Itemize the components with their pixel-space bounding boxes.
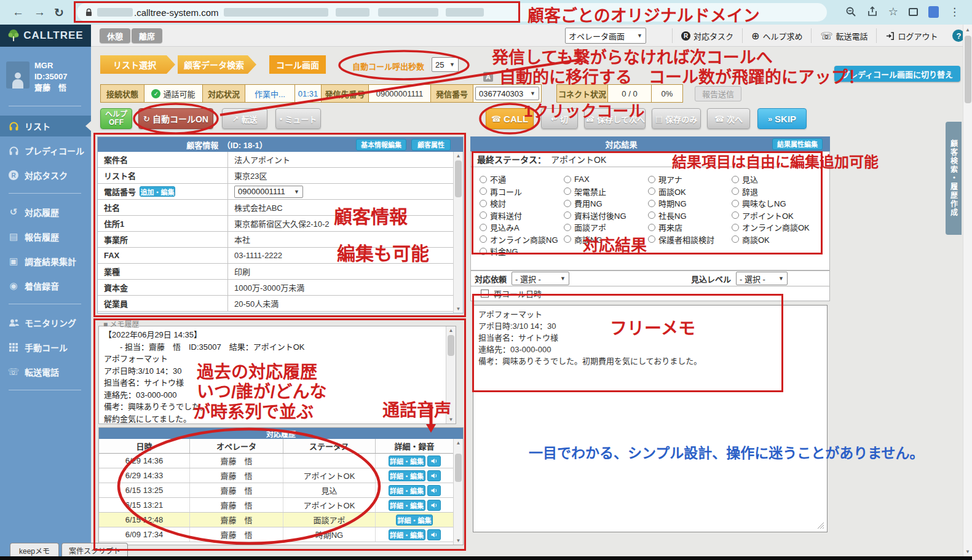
sidebar-item-transfer-phone[interactable]: ☏ 転送電話 (0, 361, 91, 382)
result-option[interactable]: 料金NG (480, 245, 564, 258)
detail-edit-button[interactable]: 詳細・編集 (389, 500, 425, 511)
result-option[interactable]: 不通 (480, 173, 564, 186)
browser-forward-icon[interactable]: → (34, 6, 45, 19)
menu-dots-icon[interactable]: ⋮ (949, 6, 960, 18)
result-option[interactable]: 商談NG (564, 234, 648, 246)
scroll-down-icon[interactable]: ▼ (454, 538, 463, 543)
radio-icon[interactable] (564, 211, 571, 219)
script-tab[interactable]: 案件スクリプト (61, 543, 128, 557)
mute-button[interactable]: ▪ ミュート (275, 108, 321, 129)
radio-icon[interactable] (648, 235, 655, 243)
result-option[interactable]: 面談OK (648, 186, 732, 198)
result-option[interactable]: 保護者相談検討 (648, 234, 732, 246)
result-option[interactable]: 検討 (480, 197, 564, 210)
tab-list-select[interactable]: リスト選択 (100, 55, 175, 74)
radio-icon[interactable] (564, 224, 571, 231)
scroll-thumb[interactable] (965, 36, 971, 103)
scrollbar[interactable]: ▲ ▼ (446, 326, 456, 424)
result-option[interactable]: 見込みA (480, 221, 564, 234)
scrollbar[interactable]: ▲ ▼ (453, 152, 463, 313)
radio-icon[interactable] (648, 200, 655, 207)
result-option[interactable]: 現アナ (648, 173, 732, 186)
scrollbar[interactable]: ▲ ▼ (453, 439, 463, 545)
browser-reload-icon[interactable]: ↻ (54, 6, 64, 20)
radio-icon[interactable] (480, 187, 487, 195)
radio-icon[interactable] (732, 235, 739, 243)
screen-mode-select[interactable]: オペレータ画面 ▼ (565, 28, 646, 44)
result-option[interactable]: 商談OK (732, 234, 824, 246)
free-memo-textarea[interactable]: アポフォーマット アポ日時:3/10 14：30 担当者名：サイトウ様 連絡先：… (473, 305, 828, 532)
request-select[interactable]: - 選択 - ▼ (512, 272, 569, 285)
radio-icon[interactable] (480, 176, 487, 183)
result-option[interactable]: 面談アポ (564, 221, 648, 234)
detail-edit-button[interactable]: 詳細・編集 (389, 455, 425, 467)
radio-icon[interactable] (564, 235, 571, 243)
radio-icon[interactable] (648, 187, 655, 195)
result-option[interactable]: 再コール (480, 186, 564, 198)
sidebar-item-monitoring[interactable]: モニタリング (0, 312, 91, 333)
result-option[interactable]: 時期NG (648, 197, 732, 210)
bookmark-star-icon[interactable]: ☆ (888, 5, 898, 18)
transfer-button[interactable]: ↗ 転送 (222, 108, 267, 129)
next-button[interactable]: ☎ 次へ (707, 108, 750, 129)
result-attr-edit-button[interactable]: 結果属性編集 (772, 138, 823, 150)
sidebar-item-task[interactable]: R 対応タスク (0, 165, 91, 186)
scroll-down-icon[interactable]: ▼ (446, 417, 456, 422)
customer-attr-button[interactable]: 顧客属性 (411, 139, 451, 151)
scroll-thumb[interactable] (455, 160, 462, 197)
result-option[interactable]: 社長NG (648, 210, 732, 222)
audio-play-button[interactable] (427, 500, 441, 511)
radio-icon[interactable] (480, 211, 487, 219)
call-button[interactable]: ☎ CALL (486, 108, 534, 129)
detail-edit-button[interactable]: 詳細・編集 (389, 470, 425, 481)
sidebar-item-survey[interactable]: ▣ 調査結果集計 (0, 251, 91, 272)
tab-call-screen[interactable]: コール画面 (269, 55, 326, 74)
tab-data-search[interactable]: 顧客データ検索 (178, 55, 256, 74)
detail-edit-button[interactable]: 詳細・編集 (396, 515, 433, 526)
radio-icon[interactable] (564, 187, 571, 195)
result-option[interactable]: 架電禁止 (564, 186, 648, 198)
radio-icon[interactable] (564, 176, 571, 183)
result-option[interactable]: オンライン商談OK (732, 221, 824, 234)
caller-number-select[interactable]: 0367740303 ▼ (475, 87, 539, 100)
phone-number-select[interactable]: 09000001111 ▼ (234, 186, 303, 198)
scroll-down-icon[interactable]: ▼ (454, 306, 463, 312)
save-and-next-button[interactable]: ☎ 保存して次へ (584, 108, 646, 129)
result-option[interactable]: 再来店 (648, 221, 732, 234)
result-option[interactable]: 見込 (732, 173, 824, 186)
detail-edit-button[interactable]: 詳細・編集 (389, 529, 425, 540)
hangup-button[interactable]: ↩ 切 (541, 108, 578, 129)
away-button[interactable]: 離席 (132, 28, 162, 43)
menu-item-logout[interactable]: ログアウト (876, 28, 946, 43)
radio-icon[interactable] (648, 176, 655, 183)
menu-item-task[interactable]: R 対応タスク (672, 28, 742, 43)
menu-item-transfer-phone[interactable]: ☏ 転送電話 (811, 28, 876, 43)
detail-edit-button[interactable]: 詳細・編集 (389, 485, 425, 496)
sidebar-item-manual-call[interactable]: 手動コール (0, 337, 91, 358)
basic-info-edit-button[interactable]: 基本情報編集 (356, 139, 406, 151)
audio-play-button[interactable] (427, 455, 441, 467)
sidebar-item-record[interactable]: ◉ 着信録音 (0, 275, 91, 296)
radio-icon[interactable] (564, 200, 571, 207)
result-option[interactable]: アポイントOK (732, 210, 824, 222)
radio-icon[interactable] (648, 211, 655, 219)
break-button[interactable]: 休憩 (100, 28, 130, 43)
result-option[interactable]: 辞退 (732, 186, 824, 198)
scroll-thumb[interactable] (455, 454, 462, 482)
profile-avatar[interactable] (928, 6, 939, 18)
recall-checkbox[interactable] (481, 290, 489, 298)
address-bar[interactable]: .calltree-system.com (77, 3, 827, 22)
result-option[interactable]: オンライン商談NG (480, 234, 564, 246)
audio-play-button[interactable] (427, 485, 441, 496)
reader-mode-icon[interactable] (909, 8, 918, 16)
scroll-up-icon[interactable]: ▲ (963, 27, 972, 33)
menu-item-help-seek[interactable]: ⊕ ヘルプ求め (742, 28, 811, 43)
radio-icon[interactable] (480, 200, 487, 207)
scroll-down-icon[interactable]: ▼ (963, 549, 972, 554)
skip-button[interactable]: » SKIP (757, 108, 807, 129)
result-option[interactable]: 資料送付後NG (564, 210, 648, 222)
scroll-thumb[interactable] (448, 335, 454, 356)
memo-history-box[interactable]: 【2022年06月29日 14:35】 - 担当：齋藤 悟 ID:35007 結… (98, 326, 456, 424)
result-option[interactable]: 費用NG (564, 197, 648, 210)
customer-search-history-tab[interactable]: 顧客検索・履歴作成 (946, 122, 962, 235)
